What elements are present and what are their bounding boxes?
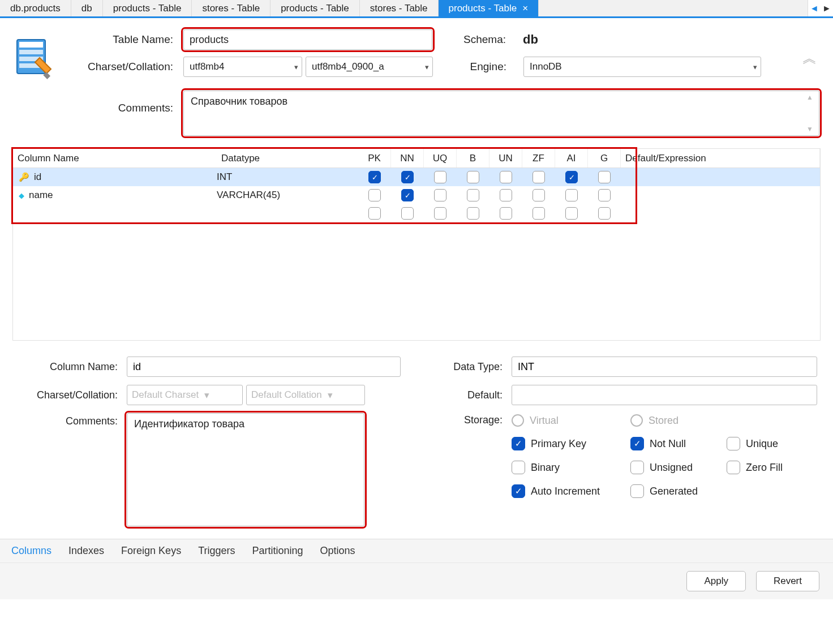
scroll-up-icon[interactable]: ▲ xyxy=(806,93,817,101)
chk-un-label: Unsigned xyxy=(650,462,693,474)
cell-pk[interactable] xyxy=(358,189,391,201)
checkbox-icon xyxy=(500,207,512,220)
cell-un[interactable] xyxy=(490,171,522,183)
table-row[interactable] xyxy=(13,204,820,222)
radio-virtual[interactable]: Virtual xyxy=(512,414,630,427)
gh-column-name[interactable]: Column Name xyxy=(13,149,217,168)
checkbox-icon: ✓ xyxy=(401,171,414,183)
gh-nn[interactable]: NN xyxy=(391,149,424,168)
table-row[interactable]: 🔑idINT✓✓✓ xyxy=(13,168,820,186)
radio-icon xyxy=(630,414,643,427)
cell-un[interactable] xyxy=(490,189,522,201)
chk-unique[interactable]: Unique xyxy=(727,437,817,450)
cell-zf[interactable] xyxy=(522,207,555,220)
cell-b[interactable] xyxy=(457,171,490,183)
chevron-down-icon: ▾ xyxy=(328,389,333,401)
chk-auto-increment[interactable]: ✓Auto Increment xyxy=(512,484,630,498)
close-icon[interactable]: × xyxy=(522,3,528,14)
cell-column-name[interactable]: ◆name xyxy=(13,190,217,201)
checkbox-icon xyxy=(630,461,644,474)
engine-select[interactable]: InnoDB ▾ xyxy=(523,57,761,77)
apply-button[interactable]: Apply xyxy=(686,571,746,591)
tab-stores-table-2[interactable]: stores - Table xyxy=(360,0,439,16)
chk-zero-fill[interactable]: Zero Fill xyxy=(727,461,817,474)
btab-indexes[interactable]: Indexes xyxy=(68,545,104,557)
gh-pk[interactable]: PK xyxy=(358,149,391,168)
cell-g[interactable] xyxy=(588,207,621,220)
radio-stored[interactable]: Stored xyxy=(630,414,727,427)
cell-pk[interactable] xyxy=(358,207,391,220)
chk-primary-key[interactable]: ✓Primary Key xyxy=(512,437,630,450)
cell-uq[interactable] xyxy=(424,207,457,220)
det-charset-select[interactable]: Default Charset▾ xyxy=(127,385,243,405)
cell-nn[interactable]: ✓ xyxy=(391,189,424,201)
charset-select[interactable]: utf8mb4 ▾ xyxy=(183,57,302,77)
chk-not-null[interactable]: ✓Not Null xyxy=(630,437,727,450)
det-col-name-input[interactable] xyxy=(127,357,401,377)
scroll-down-icon[interactable]: ▼ xyxy=(806,125,817,133)
det-comments-input[interactable]: Идентификатор товара xyxy=(127,413,364,526)
cell-un[interactable] xyxy=(490,207,522,220)
table-comments-input[interactable]: Справочник товаров ▲ ▼ xyxy=(183,91,819,136)
cell-column-name[interactable]: 🔑id xyxy=(13,171,217,183)
cell-ai[interactable] xyxy=(555,189,588,201)
cell-nn[interactable] xyxy=(391,207,424,220)
gh-un[interactable]: UN xyxy=(490,149,522,168)
cell-uq[interactable] xyxy=(424,171,457,183)
det-collation-select[interactable]: Default Collation▾ xyxy=(246,385,365,405)
cell-g[interactable] xyxy=(588,171,621,183)
btab-partitioning[interactable]: Partitioning xyxy=(252,545,303,557)
chevron-down-icon: ▾ xyxy=(425,63,429,71)
gh-zf[interactable]: ZF xyxy=(522,149,555,168)
tab-next-icon[interactable]: ► xyxy=(821,3,833,14)
collation-select[interactable]: utf8mb4_0900_a ▾ xyxy=(306,57,433,77)
cell-datatype[interactable]: VARCHAR(45) xyxy=(217,190,358,201)
cell-nn[interactable]: ✓ xyxy=(391,171,424,183)
checkbox-icon xyxy=(512,461,525,474)
cell-zf[interactable] xyxy=(522,189,555,201)
column-details: Column Name: Charset/Collation: Default … xyxy=(0,341,833,539)
cell-ai[interactable]: ✓ xyxy=(555,171,588,183)
checkbox-icon: ✓ xyxy=(630,437,644,450)
chk-unsigned[interactable]: Unsigned xyxy=(630,461,727,474)
gh-g[interactable]: G xyxy=(588,149,621,168)
checkbox-icon xyxy=(598,171,611,183)
gh-b[interactable]: B xyxy=(457,149,490,168)
chk-binary[interactable]: Binary xyxy=(512,461,630,474)
tab-products-table-2[interactable]: products - Table xyxy=(270,0,360,16)
gh-ai[interactable]: AI xyxy=(555,149,588,168)
chevron-down-icon: ▾ xyxy=(294,63,298,71)
table-row[interactable]: ◆nameVARCHAR(45)✓ xyxy=(13,186,820,204)
schema-label: Schema: xyxy=(444,33,506,46)
engine-value: InnoDB xyxy=(530,61,562,72)
btab-options[interactable]: Options xyxy=(320,545,355,557)
tab-db[interactable]: db xyxy=(71,0,103,16)
tab-products-table-active[interactable]: products - Table × xyxy=(439,0,539,16)
table-name-input[interactable] xyxy=(183,29,432,50)
btab-columns[interactable]: Columns xyxy=(11,545,51,557)
chk-generated[interactable]: Generated xyxy=(630,484,727,498)
btab-foreign-keys[interactable]: Foreign Keys xyxy=(121,545,181,557)
tab-products-table-1[interactable]: products - Table xyxy=(103,0,192,16)
gh-datatype[interactable]: Datatype xyxy=(217,149,358,168)
det-datatype-input[interactable] xyxy=(512,357,817,377)
cell-pk[interactable]: ✓ xyxy=(358,171,391,183)
revert-button[interactable]: Revert xyxy=(756,571,819,591)
checkbox-icon xyxy=(467,171,479,183)
cell-uq[interactable] xyxy=(424,189,457,201)
cell-b[interactable] xyxy=(457,189,490,201)
tab-db-products[interactable]: db.products xyxy=(0,0,71,16)
tab-stores-table-1[interactable]: stores - Table xyxy=(192,0,270,16)
collapse-icon[interactable]: ︽ xyxy=(802,54,817,62)
cell-ai[interactable] xyxy=(555,207,588,220)
gh-default[interactable]: Default/Expression xyxy=(621,149,820,168)
tab-label: db.products xyxy=(10,3,61,14)
tab-prev-icon[interactable]: ◄ xyxy=(808,3,821,14)
btab-triggers[interactable]: Triggers xyxy=(198,545,235,557)
cell-datatype[interactable]: INT xyxy=(217,171,358,183)
cell-g[interactable] xyxy=(588,189,621,201)
det-default-input[interactable] xyxy=(512,385,817,405)
gh-uq[interactable]: UQ xyxy=(424,149,457,168)
cell-b[interactable] xyxy=(457,207,490,220)
cell-zf[interactable] xyxy=(522,171,555,183)
